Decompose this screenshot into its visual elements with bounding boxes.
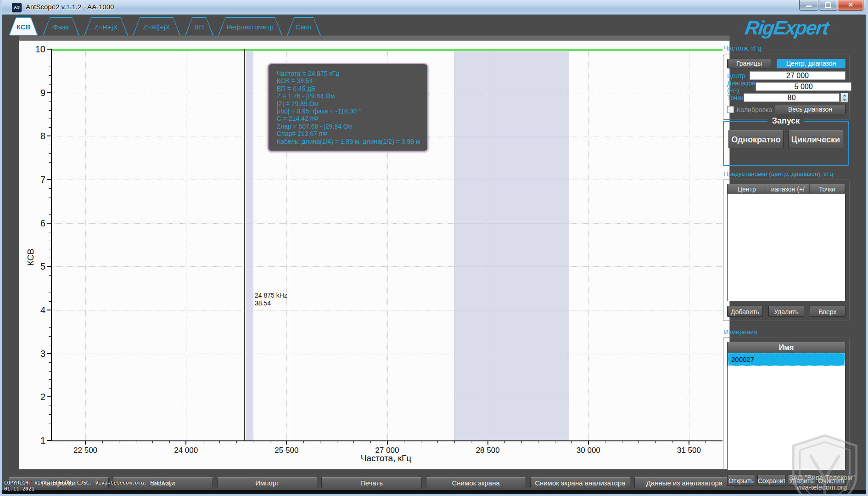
y-minor-tick [49, 232, 52, 232]
tab-Z=R||+jX[interactable]: Z=R||+jX [133, 17, 180, 35]
y-tick-label: 8 [21, 131, 45, 141]
chart-panel: 22 50024 00025 50027 00028 50030 00031 5… [19, 40, 730, 469]
cursor-frequency: 24 875 kHz [255, 292, 287, 299]
y-tick-mark [47, 440, 52, 441]
y-minor-tick [49, 153, 52, 154]
calibration-checkbox[interactable] [727, 106, 734, 113]
y-minor-tick [49, 58, 52, 58]
presets-table-body[interactable] [727, 194, 846, 301]
tooltip-line: Z = 1.76 - j29.84 Ом [277, 92, 423, 100]
x-minor-tick [303, 440, 304, 443]
span-input[interactable] [756, 82, 851, 91]
y-tick-label: 9 [21, 87, 45, 98]
bottom-button-Снимок экрана анализатора[interactable]: Снимок экрана анализатора [530, 477, 630, 488]
caption-buttons: ✕ [799, 0, 863, 11]
grid-line-vertical [588, 49, 589, 440]
y-minor-tick [49, 206, 52, 206]
tab-КСВ[interactable]: КСВ [9, 17, 38, 35]
y-minor-tick [49, 67, 52, 67]
measurement-row[interactable]: 200027 [728, 353, 845, 366]
tooltip-line: |Z| = 29.89 Ом [277, 100, 423, 107]
y-minor-tick [49, 388, 52, 389]
x-minor-tick [370, 440, 371, 443]
y-minor-tick [49, 406, 52, 406]
grid-line-vertical [186, 49, 186, 440]
presets-buttons: ДобавитьУдалитьВверх [727, 306, 846, 317]
y-minor-tick [49, 258, 52, 258]
tooltip-line: ВП = 0.45 дБ [277, 85, 423, 92]
grid-line-horizontal [52, 354, 722, 354]
grid-line-horizontal [52, 180, 722, 180]
points-stepper[interactable] [840, 93, 848, 102]
x-tick-label: 25 500 [274, 446, 298, 455]
x-tick-label: 31 500 [677, 446, 701, 455]
x-minor-tick [119, 440, 119, 443]
presets-column-header: Точки [810, 184, 845, 194]
frequency-section-label: Частота, кГц [724, 45, 761, 52]
x-minor-tick [555, 440, 555, 443]
y-minor-tick [49, 249, 52, 249]
cursor-line[interactable] [244, 49, 245, 440]
restore-button[interactable] [819, 0, 837, 11]
x-minor-tick [504, 440, 505, 443]
presets-button-Вверх[interactable]: Вверх [810, 306, 846, 317]
presets-column-header: иапазон (+/ [766, 184, 810, 194]
center-span-mode-button[interactable]: Центр, диапазон [777, 59, 846, 68]
ham-band-region [454, 49, 569, 440]
minimize-button[interactable] [799, 0, 818, 11]
bottom-button-Печать[interactable]: Печать [321, 477, 421, 488]
tooltip-line: Частота = 24 875 кГц [277, 70, 423, 77]
points-input[interactable] [744, 93, 840, 102]
y-minor-tick [49, 362, 52, 363]
y-tick-label: 1 [21, 435, 45, 446]
y-axis-title: КСВ [26, 248, 36, 265]
close-button[interactable]: ✕ [838, 0, 863, 11]
y-minor-tick [49, 188, 52, 189]
measurements-label: Измерения [724, 328, 757, 336]
y-tick-mark [47, 396, 52, 397]
x-minor-tick [203, 440, 203, 443]
y-minor-tick [49, 336, 52, 337]
x-minor-tick [253, 440, 253, 443]
y-minor-tick [49, 319, 52, 319]
full-range-button[interactable]: Весь диапазон [775, 105, 846, 114]
x-minor-tick [655, 440, 656, 443]
measurements-table-body[interactable]: 200027 [727, 353, 846, 470]
y-tick-mark [47, 223, 52, 224]
run-single-button[interactable]: Однократно [728, 130, 784, 148]
run-cyclic-button[interactable]: Циклически [788, 130, 843, 148]
tab-Фаза[interactable]: Фаза [43, 17, 79, 35]
y-tick-mark [47, 135, 52, 136]
tooltip-line: Cпар= 213.67 пФ [277, 130, 423, 137]
measurements-button-Сохранить[interactable]: Сохранить [757, 475, 785, 486]
bottom-button-Данные из анализатора[interactable]: Данные из анализатора [634, 477, 734, 488]
tab-label: ВП [186, 18, 213, 35]
presets-button-Добавить[interactable]: Добавить [727, 306, 763, 317]
tab-Рефлектометр[interactable]: Рефлектометр [218, 17, 282, 35]
frequency-settings-group: Границы Центр, диапазон Центр Диапазон (… [723, 55, 850, 120]
y-minor-tick [49, 379, 52, 380]
y-minor-tick [49, 84, 52, 85]
bottom-button-Импорт[interactable]: Импорт [217, 477, 317, 488]
y-tick-mark [47, 353, 52, 354]
x-minor-tick [69, 440, 69, 443]
x-axis-title: Частота, кГц [361, 453, 411, 463]
grid-line-vertical [689, 49, 689, 440]
run-group-title: Запуск [767, 116, 805, 126]
title-bar[interactable]: AS AntScope2 v.1.1.2 - AA-1000 ✕ [0, 0, 868, 15]
borders-mode-button[interactable]: Границы [727, 59, 771, 68]
y-tick-label: 10 [21, 44, 45, 55]
tab-Смит[interactable]: Смит [287, 17, 321, 35]
app-window: AS AntScope2 v.1.1.2 - AA-1000 ✕ КСВФаза… [0, 0, 868, 496]
y-tick-label: 6 [21, 218, 45, 228]
points-label: Точки [727, 94, 744, 101]
y-tick-label: 2 [21, 392, 45, 402]
center-frequency-input[interactable] [750, 71, 846, 80]
grid-line-horizontal [52, 397, 722, 397]
measurements-button-Открыть[interactable]: Открыть [727, 475, 755, 486]
x-minor-tick [471, 440, 471, 443]
tab-Z=R+jX[interactable]: Z=R+jX [84, 17, 128, 35]
tab-ВП[interactable]: ВП [185, 17, 213, 35]
presets-button-Удалить[interactable]: Удалить [768, 306, 804, 317]
bottom-button-Снимок экрана[interactable]: Снимок экрана [426, 477, 526, 488]
